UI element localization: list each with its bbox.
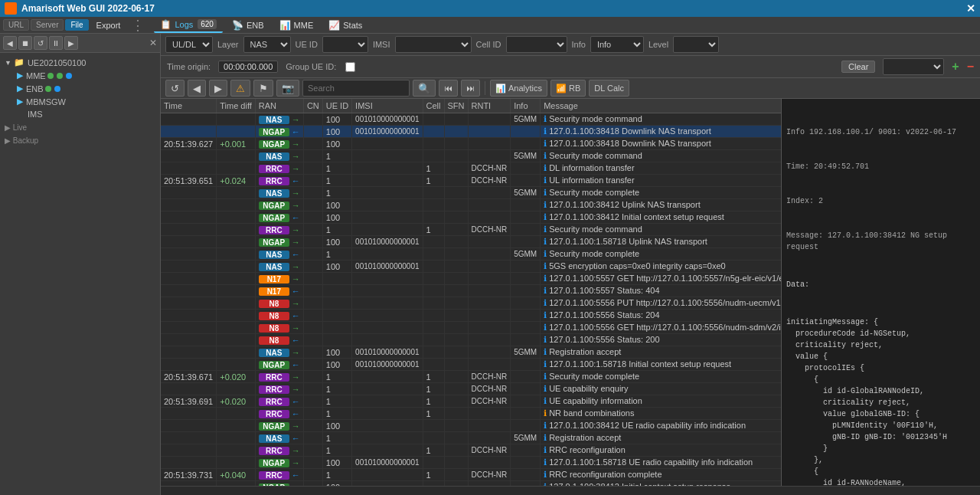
proto-badge: RRC bbox=[259, 410, 289, 418]
table-row[interactable]: 20:51:39.651+0.024RRC ←11DCCH-NRℹUL info… bbox=[161, 175, 781, 187]
toolbar-camera-btn[interactable]: 📷 bbox=[276, 80, 299, 97]
table-row[interactable]: RRC ←11ℹNR band combinations bbox=[161, 408, 781, 420]
message-text: RRC reconfiguration complete bbox=[549, 470, 662, 479]
table-row[interactable]: NAS ←15GMMℹRegistration accept bbox=[161, 432, 781, 444]
imsi-select[interactable] bbox=[395, 36, 472, 53]
tree-root-item[interactable]: ▼ 📁 UE2021050100 bbox=[0, 56, 160, 69]
table-row[interactable]: NGAP ←100ℹ127.0.1.100:38412 Initial cont… bbox=[161, 211, 781, 224]
table-row[interactable]: RRC →11DCCH-NRℹSecurity mode command bbox=[161, 224, 781, 236]
table-row[interactable]: NAS →1000010100000000015GMMℹRegistration… bbox=[161, 346, 781, 359]
search-input[interactable] bbox=[302, 80, 410, 97]
toolbar-nav-next-btn[interactable]: ⏭ bbox=[461, 80, 480, 97]
mme-icon: 📊 bbox=[279, 20, 291, 31]
analytics-btn[interactable]: 📊 Analytics bbox=[490, 80, 547, 97]
tree-section-backup-label[interactable]: Backup bbox=[13, 136, 38, 145]
table-row[interactable]: N8 →ℹ127.0.1.100:5556 PUT http://127.0.1… bbox=[161, 297, 781, 310]
menu-file2[interactable]: File bbox=[65, 19, 88, 31]
sidebar-btn-stop[interactable]: ⏹ bbox=[18, 36, 32, 50]
tree-child-mbmsgw[interactable]: ▶ MBMSGW bbox=[0, 95, 160, 108]
table-row[interactable]: NGAP →100ℹ127.0.1.100:38412 Uplink NAS t… bbox=[161, 199, 781, 211]
menu-export[interactable]: Export bbox=[90, 19, 127, 31]
log-table-container[interactable]: Time Time diff RAN CN UE ID IMSI Cell SF… bbox=[161, 99, 781, 486]
sidebar-btn-pause[interactable]: ⏸ bbox=[49, 36, 63, 50]
toolbar-next-btn[interactable]: ▶ bbox=[209, 80, 227, 97]
cell-sfn bbox=[444, 383, 468, 395]
sidebar-btn-back[interactable]: ◀ bbox=[3, 36, 17, 50]
tab-enb[interactable]: 📡 ENB bbox=[226, 18, 270, 32]
sidebar-btn-refresh[interactable]: ↺ bbox=[34, 36, 47, 50]
bottom-scrollbar[interactable] bbox=[161, 486, 980, 495]
cell-sfn bbox=[444, 297, 468, 310]
table-row[interactable]: N8 ←ℹ127.0.1.100:5556 Status: 200 bbox=[161, 334, 781, 346]
table-row[interactable]: N17 →ℹ127.0.1.100:5557 GET http://127.0.… bbox=[161, 273, 781, 285]
table-row[interactable]: NGAP →100001010000000001ℹ127.0.1.100:1.5… bbox=[161, 457, 781, 469]
toolbar-refresh-btn[interactable]: ↺ bbox=[165, 80, 185, 97]
tab-mme[interactable]: 📊 MME bbox=[273, 18, 320, 32]
tree-section-live-label[interactable]: Live bbox=[13, 123, 27, 132]
dl-calc-btn[interactable]: DL Calc bbox=[589, 80, 629, 97]
cell-message: ℹRegistration accept bbox=[541, 346, 781, 359]
table-row[interactable]: NAS →1000010100000000015GMMℹSecurity mod… bbox=[161, 113, 781, 126]
info-circle-icon: ℹ bbox=[544, 396, 547, 405]
table-row[interactable]: N8 ←ℹ127.0.1.100:5556 Status: 204 bbox=[161, 310, 781, 322]
mode-select[interactable]: UL/DLULDL bbox=[165, 36, 213, 53]
tree-child-enb[interactable]: ▶ ENB bbox=[0, 82, 160, 95]
add-filter-button[interactable]: + bbox=[952, 60, 959, 74]
table-row[interactable]: 20:51:39.731+0.040RRC ←11DCCH-NRℹRRC rec… bbox=[161, 469, 781, 481]
table-row[interactable]: NGAP ←100001010000000001ℹ127.0.1.100:1.5… bbox=[161, 359, 781, 371]
menu-file[interactable]: URL bbox=[3, 19, 29, 31]
message-text: 127.0.1.100:5556 Status: 204 bbox=[549, 310, 659, 320]
tree-child-mme[interactable]: ▶ MME bbox=[0, 69, 160, 82]
toolbar-flag-btn[interactable]: ⚑ bbox=[253, 80, 273, 97]
message-text: 127.0.1.100:1.58718 Initial context setu… bbox=[549, 359, 731, 369]
table-row[interactable]: NAS →15GMMℹSecurity mode complete bbox=[161, 187, 781, 199]
info-select[interactable]: InfoDebugWarning bbox=[590, 36, 644, 53]
tab-logs[interactable]: 📋 Logs 620 bbox=[154, 18, 223, 33]
cell-cell bbox=[423, 150, 444, 162]
layer-select[interactable]: NASRRCNGAP bbox=[243, 36, 291, 53]
table-row[interactable]: NGAP →100001010000000001ℹ127.0.1.100:1.5… bbox=[161, 236, 781, 248]
tab-stats[interactable]: 📈 Stats bbox=[322, 18, 368, 32]
message-text: 127.0.1.100:38412 UE radio capability in… bbox=[549, 421, 746, 430]
sidebar-btn-forward[interactable]: ▶ bbox=[64, 36, 78, 50]
toolbar-nav-prev-btn[interactable]: ⏮ bbox=[439, 80, 458, 97]
tree-child-ims[interactable]: IMS bbox=[0, 108, 160, 120]
menu-server[interactable]: Server bbox=[31, 19, 64, 31]
cell-message: ℹ127.0.1.100:5556 GET http://127.0.1.100… bbox=[541, 322, 781, 334]
cell-timediff bbox=[217, 297, 256, 310]
info-circle-icon: ℹ bbox=[544, 384, 547, 393]
level-select[interactable] bbox=[673, 36, 719, 53]
prev-icon: ◀ bbox=[193, 83, 201, 94]
table-row[interactable]: 20:51:39.671+0.020RRC →11DCCH-NRℹSecurit… bbox=[161, 371, 781, 383]
cellid-select[interactable] bbox=[506, 36, 567, 53]
group-ue-checkbox[interactable] bbox=[345, 62, 355, 72]
sidebar-close-button[interactable]: ✕ bbox=[149, 38, 157, 48]
rb-btn[interactable]: 📶 RB bbox=[550, 80, 586, 97]
table-row[interactable]: 20:51:39.627+0.001NGAP →100ℹ127.0.1.100:… bbox=[161, 138, 781, 150]
table-row[interactable]: RRC →11DCCH-NRℹUE capability enquiry bbox=[161, 383, 781, 395]
clear-button[interactable]: Clear bbox=[841, 61, 875, 73]
table-row[interactable]: NAS →100001010000000001ℹ5GS encryption c… bbox=[161, 261, 781, 273]
table-row[interactable]: N17 ←ℹ127.0.1.100:5557 Status: 404 bbox=[161, 285, 781, 297]
table-row[interactable]: NAS ←15GMMℹSecurity mode complete bbox=[161, 248, 781, 261]
cell-message: ℹUL information transfer bbox=[541, 175, 781, 187]
table-row[interactable]: 20:51:39.691+0.020RRC ←11DCCH-NRℹUE capa… bbox=[161, 395, 781, 408]
remove-filter-button[interactable]: − bbox=[967, 60, 974, 74]
close-button[interactable]: ✕ bbox=[966, 2, 975, 15]
toolbar-search-btn[interactable]: 🔍 bbox=[413, 80, 436, 97]
toolbar-prev-btn[interactable]: ◀ bbox=[188, 80, 206, 97]
cell-time bbox=[161, 359, 217, 371]
table-row[interactable]: RRC →11DCCH-NRℹDL information transfer bbox=[161, 162, 781, 175]
table-row[interactable]: NGAP →100ℹ127.0.1.100:38412 UE radio cap… bbox=[161, 420, 781, 432]
table-row[interactable]: NAS →15GMMℹSecurity mode command bbox=[161, 150, 781, 162]
table-row[interactable]: N8 →ℹ127.0.1.100:5556 GET http://127.0.1… bbox=[161, 322, 781, 334]
table-row[interactable]: NGAP ←100001010000000001ℹ127.0.1.100:384… bbox=[161, 126, 781, 138]
menu-extra-icon[interactable]: ⋮ bbox=[131, 17, 145, 34]
table-row[interactable]: RRC →11DCCH-NRℹRRC reconfiguration bbox=[161, 444, 781, 457]
cell-cell: 1 bbox=[423, 469, 444, 481]
ueid-select[interactable] bbox=[322, 36, 368, 53]
cell-info: 5GMM bbox=[511, 248, 541, 261]
filter-select[interactable] bbox=[883, 58, 944, 75]
cell-imsi: 001010000000001 bbox=[352, 457, 423, 469]
toolbar-warning-btn[interactable]: ⚠ bbox=[230, 80, 250, 97]
